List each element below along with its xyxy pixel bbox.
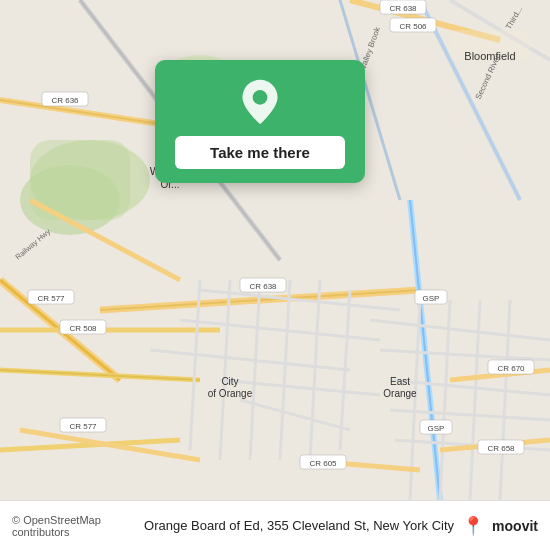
svg-text:Orange: Orange [383,388,417,399]
svg-text:CR 638: CR 638 [389,4,417,13]
svg-text:CR 508: CR 508 [69,324,97,333]
take-me-there-button[interactable]: Take me there [175,136,345,169]
location-card: Take me there [155,60,365,183]
svg-text:CR 577: CR 577 [37,294,65,303]
svg-text:Bloomfield: Bloomfield [464,50,515,62]
svg-text:GSP: GSP [428,424,445,433]
svg-text:CR 636: CR 636 [51,96,79,105]
map-container: CR 636 CR 638 CR 506 CR 577 CR 508 CR 57… [0,0,550,500]
svg-point-84 [253,90,268,105]
bottom-bar: © OpenStreetMap contributors Orange Boar… [0,500,550,550]
svg-text:GSP: GSP [423,294,440,303]
svg-text:CR 638: CR 638 [249,282,277,291]
moovit-logo: moovit [492,518,538,534]
svg-text:CR 605: CR 605 [309,459,337,468]
svg-text:CR 506: CR 506 [399,22,427,31]
svg-text:City: City [221,376,238,387]
location-pin-icon [236,78,284,126]
svg-text:CR 670: CR 670 [497,364,525,373]
svg-text:East: East [390,376,410,387]
svg-text:CR 658: CR 658 [487,444,515,453]
svg-text:CR 577: CR 577 [69,422,97,431]
moovit-label: moovit [492,518,538,534]
copyright-text: © OpenStreetMap contributors [12,514,136,538]
address-text: Orange Board of Ed, 355 Cleveland St, Ne… [144,518,454,533]
svg-text:of Orange: of Orange [208,388,253,399]
moovit-pin-icon: 📍 [462,515,484,537]
